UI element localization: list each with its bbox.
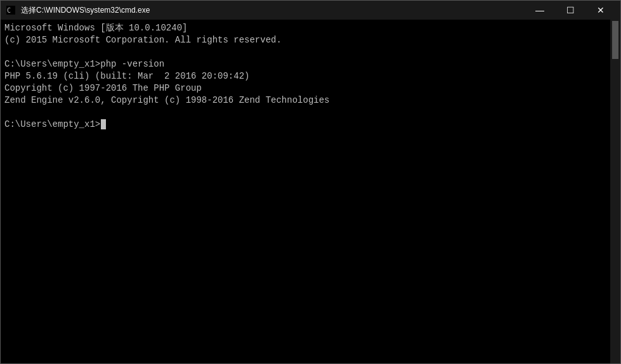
cmd-icon: C: [6, 5, 16, 15]
title-bar-controls: — ☐ ✕: [525, 1, 615, 19]
maximize-button[interactable]: ☐: [556, 1, 585, 19]
window-title: 选择C:\WINDOWS\system32\cmd.exe: [21, 5, 150, 16]
cmd-window: C 选择C:\WINDOWS\system32\cmd.exe — ☐ ✕ Mi…: [0, 0, 621, 364]
title-bar: C 选择C:\WINDOWS\system32\cmd.exe — ☐ ✕: [1, 1, 620, 20]
minimize-button[interactable]: —: [525, 1, 554, 19]
scrollbar-thumb[interactable]: [612, 21, 618, 59]
scrollbar[interactable]: [610, 20, 620, 363]
text-cursor: [101, 119, 106, 129]
close-button[interactable]: ✕: [586, 1, 615, 19]
console-output: Microsoft Windows [版本 10.0.10240] (c) 20…: [4, 22, 617, 131]
console-area[interactable]: Microsoft Windows [版本 10.0.10240] (c) 20…: [1, 20, 620, 363]
title-bar-left: C 选择C:\WINDOWS\system32\cmd.exe: [6, 5, 150, 16]
svg-text:C: C: [7, 7, 11, 14]
